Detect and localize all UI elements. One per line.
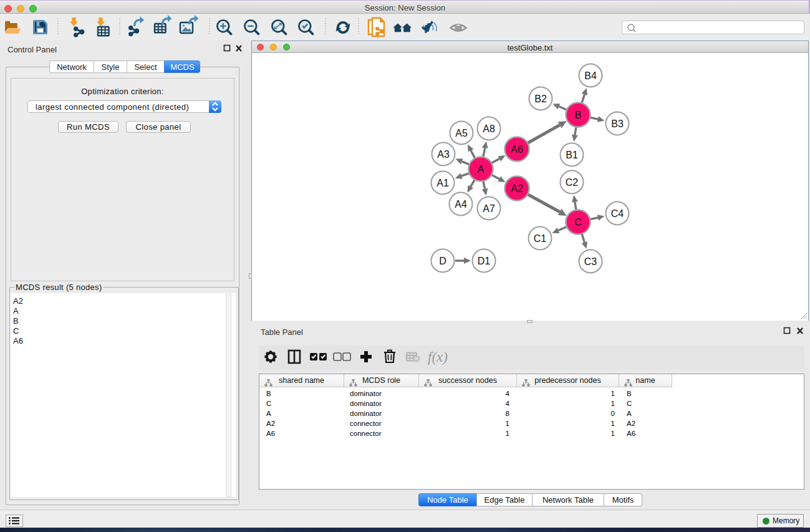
svg-text:C1: C1 (534, 233, 547, 244)
svg-text:B3: B3 (611, 118, 624, 129)
svg-text:A2: A2 (511, 183, 523, 194)
svg-text:A5: A5 (455, 128, 468, 138)
svg-text:A: A (478, 164, 485, 175)
svg-text:C: C (574, 217, 582, 228)
svg-text:B1: B1 (566, 150, 578, 160)
svg-text:A8: A8 (483, 123, 495, 134)
svg-text:C2: C2 (566, 177, 579, 188)
svg-text:B4: B4 (584, 70, 597, 81)
svg-text:f(x): f(x) (428, 349, 448, 365)
svg-text:C4: C4 (611, 208, 624, 219)
svg-text:C3: C3 (584, 256, 597, 267)
svg-text:A1: A1 (436, 178, 449, 188)
svg-text:B2: B2 (534, 94, 547, 104)
svg-text:A4: A4 (455, 199, 467, 210)
svg-text:D: D (439, 256, 446, 266)
svg-text:A7: A7 (483, 203, 495, 214)
svg-text:A6: A6 (511, 144, 523, 155)
svg-text:A3: A3 (437, 149, 450, 160)
svg-text:B: B (575, 110, 582, 120)
svg-text:D1: D1 (478, 256, 491, 266)
